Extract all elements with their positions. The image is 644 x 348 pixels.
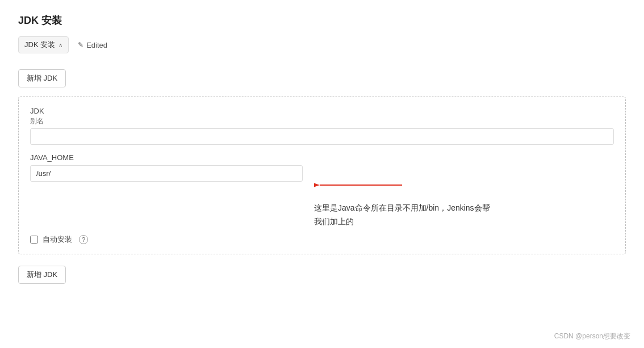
breadcrumb-label: JDK 安装 [24,40,55,50]
alias-field-group: JDK 别名 [30,106,614,145]
auto-install-label[interactable]: 自动安装 [43,234,72,245]
content-area: 新增 JDK JDK 别名 JAVA_HOME [18,65,626,297]
java-home-field-group: JAVA_HOME [30,153,303,182]
auto-install-checkbox[interactable] [30,236,38,244]
annotation-line1: 这里是Java命令所在目录不用加/bin，Jenkins会帮 [314,203,490,212]
java-home-row: JAVA_HOME [30,153,614,229]
auto-install-row: 自动安装 ? [30,234,614,245]
alias-label: JDK 别名 [30,106,614,126]
help-icon[interactable]: ? [79,235,88,244]
page-container: JDK 安装 JDK 安装 ∧ ✎ Edited 新增 JDK JDK 别名 [0,0,644,311]
annotation-text: 这里是Java命令所在目录不用加/bin，Jenkins会帮 我们加上的 [314,202,614,229]
watermark: CSDN @person想要改变 [554,332,630,341]
edited-status: ✎ Edited [78,41,107,49]
alias-input[interactable] [30,128,614,145]
annotation-col: 这里是Java命令所在目录不用加/bin，Jenkins会帮 我们加上的 [303,153,614,229]
add-jdk-button-top[interactable]: 新增 JDK [18,69,66,87]
pencil-icon: ✎ [78,41,83,49]
annotation-arrow [314,171,405,199]
add-jdk-button-bottom[interactable]: 新增 JDK [18,266,66,284]
page-title: JDK 安装 [18,14,626,27]
alias-label-main: JDK [30,106,614,116]
jdk-config-card: JDK 别名 JAVA_HOME [18,97,626,254]
chevron-down-icon: ∧ [58,42,62,48]
java-home-left: JAVA_HOME [30,153,303,190]
java-home-input[interactable] [30,165,303,182]
alias-label-sub: 别名 [30,116,614,126]
java-home-label: JAVA_HOME [30,153,303,163]
edited-text: Edited [86,41,107,49]
breadcrumb-bar: JDK 安装 ∧ ✎ Edited [18,36,626,53]
annotation-line2: 我们加上的 [314,217,354,226]
breadcrumb-item[interactable]: JDK 安装 ∧ [18,36,69,53]
